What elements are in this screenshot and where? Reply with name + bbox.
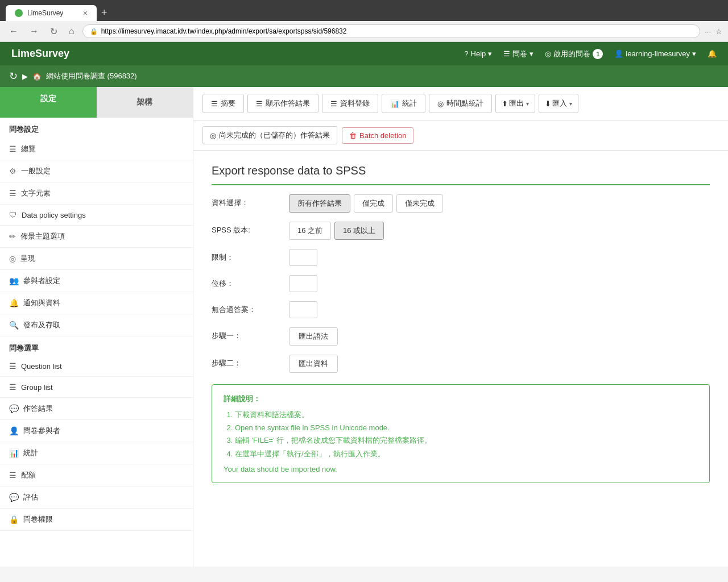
statistics-btn-icon: 📊	[390, 99, 399, 108]
offset-row: 位移：	[212, 275, 710, 292]
export-caret: ▾	[526, 101, 529, 107]
info-item-4: 在選單中選擇「執行/全部」，執行匯入作業。	[235, 449, 698, 459]
sidebar-item-notifications[interactable]: 🔔 通知與資料	[0, 292, 193, 314]
bookmark-icon[interactable]: ☆	[715, 27, 722, 36]
export-icon: ⬆	[502, 99, 508, 108]
sidebar-item-statistics[interactable]: 📊 統計	[0, 442, 193, 464]
page-title: Export response data to SPSS	[212, 164, 710, 185]
sidebar-label-participants: 參與者設定	[23, 276, 60, 286]
tab-title: LimeSurvey	[27, 9, 63, 17]
help-button[interactable]: ? Help ▾	[464, 49, 492, 58]
export-syntax-button[interactable]: 匯出語法	[289, 327, 338, 346]
step1-controls: 匯出語法	[289, 327, 338, 346]
sidebar-item-participants[interactable]: 👥 參與者設定	[0, 270, 193, 292]
survey-button[interactable]: ☰ 問卷 ▾	[503, 49, 533, 59]
forward-button[interactable]: →	[26, 25, 42, 38]
sidebar-label-general: 一般設定	[21, 166, 51, 176]
spss-version-row: SPSS 版本: 16 之前 16 或以上	[212, 222, 710, 240]
home-icon[interactable]: 🏠	[32, 72, 42, 81]
sidebar-item-permissions[interactable]: 🔒 問卷權限	[0, 509, 193, 531]
export-dropdown-button[interactable]: ⬆ 匯出 ▾	[495, 94, 535, 113]
incomplete-icon: ◎	[210, 131, 216, 140]
batch-deletion-button[interactable]: 🗑 Batch deletion	[342, 127, 413, 144]
spss-version-label: SPSS 版本:	[212, 222, 280, 235]
spss-16-above-button[interactable]: 16 或以上	[334, 222, 384, 240]
sidebar-item-publish[interactable]: 🔍 發布及存取	[0, 314, 193, 336]
data-log-icon: ☰	[330, 99, 337, 108]
info-title: 詳細說明：	[224, 394, 698, 404]
no-matching-input[interactable]	[289, 301, 317, 318]
content-area: ☰ 摘要 ☰ 顯示作答結果 ☰ 資料登錄 📊 統計 ◎ 時間點統計 ⬆ 匯出	[193, 87, 728, 567]
refresh-icon[interactable]: ↻	[9, 70, 18, 82]
active-survey-button[interactable]: ◎ 啟用的問卷 1	[545, 49, 603, 59]
section-survey-settings: 問卷設定	[0, 118, 193, 138]
action-bar-1: ☰ 摘要 ☰ 顯示作答結果 ☰ 資料登錄 📊 統計 ◎ 時間點統計 ⬆ 匯出	[193, 87, 728, 120]
sidebar-item-general[interactable]: ⚙ 一般設定	[0, 160, 193, 182]
all-responses-button[interactable]: 所有作答結果	[289, 194, 350, 213]
help-caret: ▾	[488, 49, 492, 58]
limit-controls	[289, 249, 317, 266]
statistics-button[interactable]: 📊 統計	[382, 94, 425, 113]
browser-tab[interactable]: LimeSurvey ×	[6, 5, 97, 21]
data-log-button[interactable]: ☰ 資料登錄	[322, 94, 378, 113]
more-icon[interactable]: ···	[705, 27, 711, 36]
new-tab-button[interactable]: +	[97, 5, 112, 21]
summary-button[interactable]: ☰ 摘要	[202, 94, 244, 113]
home-button[interactable]: ⌂	[65, 25, 78, 38]
limit-input[interactable]	[289, 249, 317, 266]
active-survey-badge: 1	[593, 49, 603, 59]
tab-structure[interactable]: 架構	[97, 87, 193, 118]
tab-settings[interactable]: 設定	[0, 87, 97, 118]
incomplete-only-button[interactable]: 僅未完成	[396, 194, 443, 213]
sidebar-label-survey-participants: 問卷參與者	[23, 426, 60, 436]
user-icon: 👤	[614, 49, 623, 58]
sidebar-label-assessment: 評估	[23, 492, 38, 502]
offset-input[interactable]	[289, 275, 317, 292]
permissions-icon: 🔒	[9, 515, 19, 524]
no-matching-label: 無合適答案：	[212, 301, 280, 315]
user-button[interactable]: 👤 learning-limesurvey ▾	[614, 49, 696, 58]
assessment-icon: 💬	[9, 493, 19, 502]
url-input[interactable]	[101, 27, 693, 35]
sidebar-item-overview[interactable]: ☰ 總覽	[0, 138, 193, 160]
sidebar-item-datapolicy[interactable]: 🛡 Data policy settings	[0, 205, 193, 226]
sidebar-item-question-list[interactable]: ☰ Question list	[0, 356, 193, 377]
completed-only-button[interactable]: 僅完成	[354, 194, 393, 213]
time-stats-button[interactable]: ◎ 時間點統計	[429, 94, 492, 113]
close-tab-button[interactable]: ×	[83, 9, 88, 18]
sidebar-item-theme[interactable]: ✏ 佈景主題選項	[0, 226, 193, 248]
sidebar-item-survey-participants[interactable]: 👤 問卷參與者	[0, 420, 193, 442]
header-right: ? Help ▾ ☰ 問卷 ▾ ◎ 啟用的問卷 1 👤 learning-lim…	[464, 49, 717, 59]
sidebar-item-responses[interactable]: 💬 作答結果	[0, 398, 193, 420]
overview-icon: ☰	[9, 144, 16, 153]
theme-icon: ✏	[9, 232, 16, 241]
back-button[interactable]: ←	[6, 25, 22, 38]
sidebar-label-group-list: Group list	[21, 383, 53, 392]
sidebar-label-overview: 總覽	[21, 144, 36, 154]
sidebar-item-group-list[interactable]: ☰ Group list	[0, 377, 193, 398]
incomplete-responses-button[interactable]: ◎ 尚未完成的（已儲存的）作答結果	[202, 126, 337, 144]
delete-icon: 🗑	[349, 131, 357, 140]
survey-caret: ▾	[530, 49, 533, 58]
app-header: LimeSurvey ? Help ▾ ☰ 問卷 ▾ ◎ 啟用的問卷 1 👤 l…	[0, 42, 728, 65]
survey-icon: ☰	[503, 49, 510, 58]
bell-icon[interactable]: 🔔	[708, 49, 717, 58]
show-responses-button[interactable]: ☰ 顯示作答結果	[247, 94, 318, 113]
form-section: 資料選擇： 所有作答結果 僅完成 僅未完成 SPSS 版本: 16 之前 16 …	[212, 194, 710, 373]
offset-controls	[289, 275, 317, 292]
sidebar-item-quota[interactable]: ☰ 配額	[0, 464, 193, 487]
limit-label: 限制：	[212, 249, 280, 263]
sidebar-item-text[interactable]: ☰ 文字元素	[0, 182, 193, 205]
reload-button[interactable]: ↻	[47, 25, 61, 38]
sidebar-item-assessment[interactable]: 💬 評估	[0, 487, 193, 509]
participants-icon: 👥	[9, 276, 19, 285]
spss-version-controls: 16 之前 16 或以上	[289, 222, 384, 240]
export-data-button[interactable]: 匯出資料	[289, 355, 338, 373]
main-layout: 設定 架構 問卷設定 ☰ 總覽 ⚙ 一般設定 ☰ 文字元素 🛡 Data pol…	[0, 87, 728, 567]
info-item-2: Open the syntax file in SPSS in Unicode …	[235, 423, 698, 432]
sidebar-item-presentation[interactable]: ◎ 呈現	[0, 248, 193, 270]
logo[interactable]: LimeSurvey	[11, 48, 69, 60]
spss-before-16-button[interactable]: 16 之前	[289, 222, 331, 240]
statistics-icon: 📊	[9, 448, 19, 458]
import-dropdown-button[interactable]: ⬇ 匯入 ▾	[539, 94, 578, 113]
